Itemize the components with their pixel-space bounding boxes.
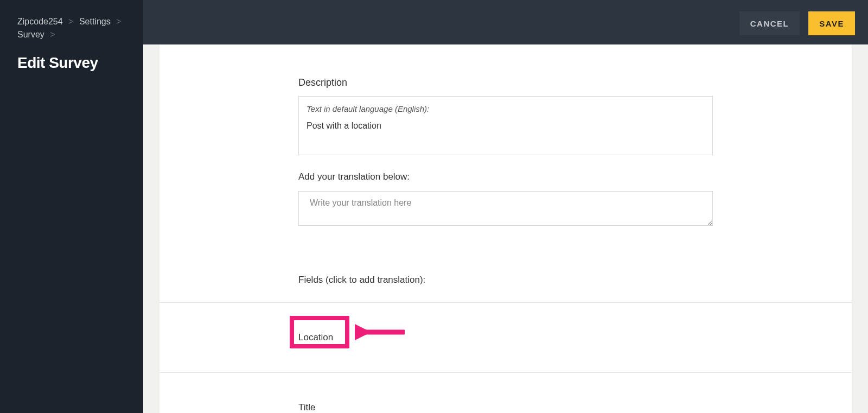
breadcrumb: Zipcode254 > Settings > Survey >: [17, 15, 126, 41]
topbar: CANCEL SAVE: [143, 3, 868, 44]
breadcrumb-item[interactable]: Survey: [17, 30, 44, 39]
cancel-button[interactable]: CANCEL: [739, 11, 800, 35]
field-name: Title: [298, 402, 316, 412]
breadcrumb-item[interactable]: Zipcode254: [17, 17, 63, 26]
page-title: Edit Survey: [17, 54, 126, 72]
translation-label: Add your translation below:: [298, 171, 713, 182]
breadcrumb-separator: >: [68, 17, 73, 26]
sidebar: Zipcode254 > Settings > Survey > Edit Su…: [0, 0, 143, 413]
field-row-location[interactable]: Location: [159, 302, 852, 372]
field-row-title[interactable]: Title: [159, 372, 852, 413]
panel: Description Text in default language (En…: [159, 44, 852, 413]
save-button[interactable]: SAVE: [808, 11, 855, 35]
annotation-arrow-icon: [355, 321, 409, 343]
breadcrumb-separator: >: [116, 17, 121, 26]
description-section: Description Text in default language (En…: [159, 44, 852, 285]
description-readonly-box: Text in default language (English): Post…: [298, 96, 713, 155]
main-area: Description Text in default language (En…: [143, 44, 868, 413]
field-name: Location: [298, 332, 333, 342]
fields-heading: Fields (click to add translation):: [298, 275, 713, 285]
description-default-lang-hint: Text in default language (English):: [307, 104, 705, 113]
translation-input[interactable]: [298, 191, 713, 226]
description-default-value: Post with a location: [307, 121, 705, 131]
description-label: Description: [298, 77, 713, 88]
breadcrumb-item[interactable]: Settings: [79, 17, 111, 26]
breadcrumb-separator: >: [50, 30, 55, 39]
